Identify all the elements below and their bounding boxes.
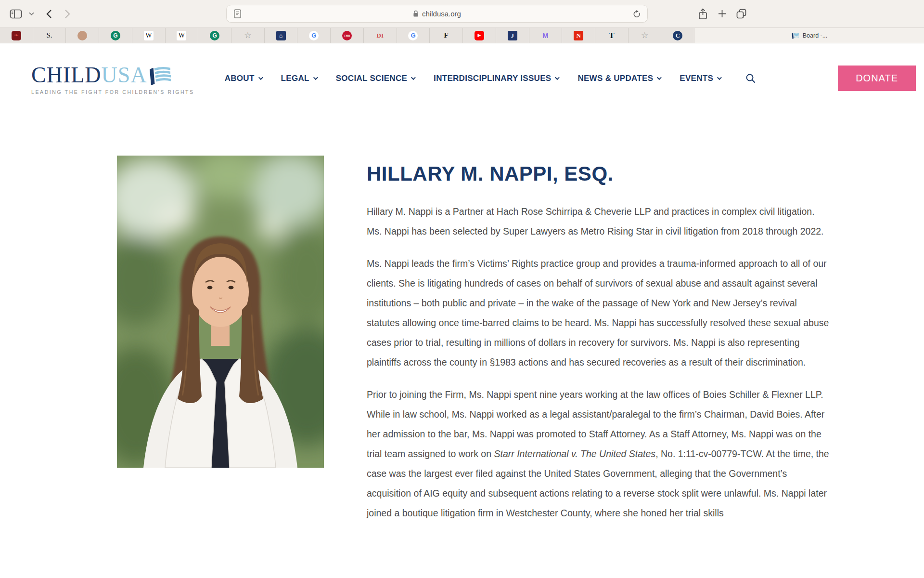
purple-m-icon: M	[540, 31, 550, 40]
pinned-tab[interactable]: G	[198, 28, 231, 43]
chevron-down-icon	[313, 75, 318, 80]
pinned-tab[interactable]: G	[99, 28, 132, 43]
nyt-t-icon: T	[607, 31, 616, 40]
share-button[interactable]	[694, 0, 711, 27]
page-title: HILLARY M. NAPPI, ESQ.	[367, 162, 831, 185]
pinned-tab[interactable]: W	[132, 28, 166, 43]
site-logo[interactable]: CHILDUSA LEADING THE FIGHT FOR CHILDREN'…	[31, 62, 194, 95]
pinned-tab[interactable]: ▶	[463, 28, 496, 43]
search-icon	[745, 73, 756, 84]
pinned-tab[interactable]: T	[595, 28, 629, 43]
active-tab[interactable]: Board -...	[694, 28, 924, 43]
childusa-flag-icon	[148, 66, 171, 86]
share-icon	[698, 8, 708, 20]
google-icon: G	[408, 31, 418, 40]
stratechery-s-icon: S.	[45, 31, 54, 40]
url-text: childusa.org	[422, 10, 461, 18]
nav-item-about[interactable]: ABOUT	[225, 74, 262, 83]
nav-item-interdisciplinary-issues[interactable]: INTERDISCIPLINARY ISSUES	[434, 74, 558, 83]
nav-label: INTERDISCIPLINARY ISSUES	[434, 74, 551, 83]
sidebar-menu-chevron[interactable]	[27, 0, 36, 27]
search-button[interactable]	[745, 73, 756, 84]
chevron-left-icon	[46, 9, 52, 19]
nav-item-legal[interactable]: LEGAL	[281, 74, 317, 83]
chevron-down-icon	[258, 75, 263, 80]
reader-view-button[interactable]	[231, 9, 243, 18]
bio-paragraph-1: Hillary M. Nappi is a Partner at Hach Ro…	[367, 202, 831, 241]
pinned-tab[interactable]: DI	[364, 28, 397, 43]
reload-button[interactable]	[631, 10, 642, 18]
crimson-crest-icon: ❧	[12, 31, 21, 40]
pinned-tab[interactable]: J	[496, 28, 529, 43]
site-header: CHILDUSA LEADING THE FIGHT FOR CHILDREN'…	[0, 43, 924, 113]
active-tab-title: Board -...	[803, 32, 827, 39]
childusa-flag-favicon	[791, 32, 799, 39]
pinned-tab[interactable]: M	[529, 28, 563, 43]
reader-icon	[234, 9, 241, 18]
donate-button[interactable]: DONATE	[838, 66, 916, 91]
back-button[interactable]	[42, 0, 56, 27]
forward-button[interactable]	[61, 0, 74, 27]
c-navy-circle-icon: C	[673, 31, 682, 40]
pinned-tab[interactable]: F	[430, 28, 463, 43]
pinned-tab[interactable]: S.	[33, 28, 66, 43]
chevron-down-icon	[411, 75, 416, 80]
google-icon: G	[309, 31, 319, 40]
wikipedia-icon: W	[177, 31, 186, 40]
logo-tagline: LEADING THE FIGHT FOR CHILDREN'S RIGHTS	[31, 89, 194, 95]
pinned-tab[interactable]: W	[166, 28, 199, 43]
nav-label: ABOUT	[225, 74, 255, 83]
pinned-tab[interactable]: ❧	[0, 28, 33, 43]
pinned-tab[interactable]: ☆	[231, 28, 265, 43]
nav-label: LEGAL	[281, 74, 309, 83]
star-bookmark-icon: ☆	[640, 31, 650, 40]
nav-label: EVENTS	[680, 74, 713, 83]
pinned-tab[interactable]: G	[297, 28, 331, 43]
whitehouse-icon: ⌂	[276, 31, 286, 40]
j-navy-icon: J	[508, 31, 517, 40]
main-nav: ABOUT LEGAL SOCIAL SCIENCE INTERDISCIPLI…	[225, 73, 757, 84]
bio-article: HILLARY M. NAPPI, ESQ. Hillary M. Nappi …	[367, 156, 831, 536]
n-red-icon: N	[574, 31, 583, 40]
pinned-tab[interactable]	[66, 28, 99, 43]
nav-item-social-science[interactable]: SOCIAL SCIENCE	[336, 74, 414, 83]
wikipedia-icon: W	[144, 31, 154, 40]
nav-item-events[interactable]: EVENTS	[680, 74, 720, 83]
logo-text-child: CHILD	[31, 62, 102, 88]
youtube-icon: ▶	[475, 31, 484, 40]
pinned-tabs: ❧S.GWWG☆⌂GTHRDIGF▶JMNT☆C	[0, 28, 694, 43]
chevron-down-icon	[717, 75, 722, 80]
nav-label: NEWS & UPDATES	[578, 74, 653, 83]
chevron-down-icon	[657, 75, 662, 80]
logo-text-usa: USA	[102, 62, 147, 88]
bio-paragraph-3: Prior to joining the Firm, Ms. Nappi spe…	[367, 385, 831, 523]
browser-toolbar: childusa.org	[0, 0, 924, 27]
f-serif-icon: F	[441, 31, 451, 40]
main-content: HILLARY M. NAPPI, ESQ. Hillary M. Nappi …	[0, 113, 924, 536]
case-name-italic: Starr International v. The United States	[494, 448, 655, 459]
profile-photo	[117, 156, 324, 468]
grammarly-icon: G	[210, 31, 219, 40]
tabs-icon	[736, 8, 747, 19]
plus-icon	[718, 10, 726, 18]
chevron-down-icon	[29, 12, 34, 15]
address-bar[interactable]: childusa.org	[226, 5, 648, 23]
sidebar-toggle-button[interactable]	[8, 0, 24, 27]
pinned-tab[interactable]: ☆	[629, 28, 662, 43]
pinned-tab[interactable]: ⌂	[265, 28, 298, 43]
star-bookmark-icon: ☆	[243, 31, 253, 40]
bio-paragraph-2: Ms. Nappi leads the firm’s Victims’ Righ…	[367, 254, 831, 372]
tab-bar: ❧S.GWWG☆⌂GTHRDIGF▶JMNT☆C Board -...	[0, 27, 924, 43]
sidebar-icon	[10, 9, 22, 19]
pinned-tab[interactable]: C	[661, 28, 694, 43]
lock-icon	[413, 10, 419, 17]
chevron-down-icon	[555, 75, 560, 80]
pinned-tab[interactable]: G	[397, 28, 430, 43]
new-tab-button[interactable]	[714, 0, 730, 27]
thr-icon: THR	[342, 31, 352, 40]
reload-icon	[632, 10, 641, 18]
nav-item-news-updates[interactable]: NEWS & UPDATES	[578, 74, 660, 83]
tab-overview-button[interactable]	[732, 0, 750, 27]
pinned-tab[interactable]: THR	[331, 28, 364, 43]
pinned-tab[interactable]: N	[562, 28, 595, 43]
